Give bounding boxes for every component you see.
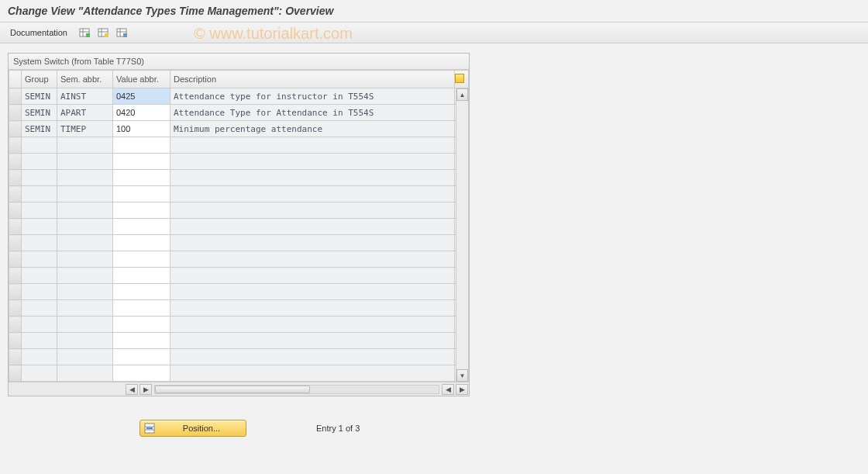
vertical-scrollbar[interactable]: ▲ ▼ xyxy=(456,88,468,382)
cell-val[interactable]: 100 xyxy=(113,121,170,137)
row-selector[interactable] xyxy=(9,170,22,186)
cell-sem xyxy=(57,268,113,284)
cell-desc xyxy=(170,137,455,154)
col-header-group[interactable]: Group xyxy=(22,71,57,88)
data-grid[interactable]: Group Sem. abbr. Value abbr. Description… xyxy=(9,70,469,382)
svg-rect-3 xyxy=(86,33,90,37)
cell-val[interactable] xyxy=(113,284,170,300)
hscroll-right-icon[interactable]: ▶ xyxy=(140,384,152,395)
documentation-button[interactable]: Documentation xyxy=(5,25,73,40)
scroll-up-icon[interactable]: ▲ xyxy=(456,88,468,101)
cell-desc: Attendance type for instructor in T554S xyxy=(170,88,455,105)
col-header-desc[interactable]: Description xyxy=(170,71,455,88)
cell-val[interactable] xyxy=(113,186,170,202)
row-selector[interactable] xyxy=(9,235,22,251)
scroll-track[interactable] xyxy=(456,101,468,369)
cell-sem xyxy=(57,317,113,333)
select-all-header[interactable] xyxy=(9,71,22,88)
svg-rect-7 xyxy=(105,33,108,37)
row-selector[interactable] xyxy=(9,219,22,235)
row-selector[interactable] xyxy=(9,300,22,317)
cell-group: SEMIN xyxy=(22,105,57,121)
table-row[interactable]: SEMINAINST0425Attendance type for instru… xyxy=(9,88,469,105)
table-row[interactable] xyxy=(9,170,469,186)
cell-val[interactable] xyxy=(113,349,170,365)
toolbar: Documentation xyxy=(0,22,868,43)
cell-val[interactable] xyxy=(113,219,170,235)
table-row[interactable] xyxy=(9,365,469,382)
row-selector[interactable] xyxy=(9,137,22,154)
hscroll-left-icon[interactable]: ◀ xyxy=(126,384,138,395)
page-title: Change View "Attendance Types Time Manag… xyxy=(0,0,868,22)
cell-group xyxy=(22,202,57,219)
cell-desc xyxy=(170,365,455,382)
hscroll-left2-icon[interactable]: ◀ xyxy=(442,384,454,395)
grid-config-button[interactable] xyxy=(455,71,469,88)
cell-desc xyxy=(170,268,455,284)
cell-val[interactable] xyxy=(113,268,170,284)
table-row[interactable] xyxy=(9,202,469,219)
cell-desc xyxy=(170,202,455,219)
cell-val[interactable] xyxy=(113,300,170,317)
row-selector[interactable] xyxy=(9,251,22,268)
row-selector[interactable] xyxy=(9,88,22,105)
row-selector[interactable] xyxy=(9,268,22,284)
table-row[interactable] xyxy=(9,349,469,365)
cell-sem xyxy=(57,186,113,202)
table-row[interactable] xyxy=(9,284,469,300)
footer: Position... Entry 1 of 3 xyxy=(140,420,868,437)
table-row[interactable] xyxy=(9,154,469,170)
table-row[interactable] xyxy=(9,137,469,154)
cell-val[interactable] xyxy=(113,202,170,219)
table-row[interactable]: SEMINTIMEP100Minimum percentage attendan… xyxy=(9,121,469,137)
cell-val[interactable] xyxy=(113,251,170,268)
row-selector[interactable] xyxy=(9,154,22,170)
cell-val[interactable] xyxy=(113,137,170,154)
cell-val[interactable]: 0420 xyxy=(113,105,170,121)
row-selector[interactable] xyxy=(9,365,22,382)
cell-val[interactable] xyxy=(113,333,170,349)
table-row[interactable] xyxy=(9,186,469,202)
col-header-val[interactable]: Value abbr. xyxy=(113,71,170,88)
row-selector[interactable] xyxy=(9,349,22,365)
table-row[interactable] xyxy=(9,333,469,349)
table-new-icon[interactable] xyxy=(78,26,91,40)
scroll-down-icon[interactable]: ▼ xyxy=(456,369,468,382)
table-copy-icon[interactable] xyxy=(96,26,110,40)
hscroll-track[interactable] xyxy=(154,385,439,394)
cell-val[interactable] xyxy=(113,317,170,333)
cell-group xyxy=(22,186,57,202)
table-delete-icon[interactable] xyxy=(115,26,129,40)
cell-val[interactable] xyxy=(113,235,170,251)
cell-group: SEMIN xyxy=(22,88,57,105)
cell-val[interactable] xyxy=(113,365,170,382)
position-button[interactable]: Position... xyxy=(140,420,246,437)
table-row[interactable] xyxy=(9,251,469,268)
row-selector[interactable] xyxy=(9,105,22,121)
table-row[interactable] xyxy=(9,300,469,317)
horizontal-scrollbar[interactable]: ◀ ▶ ◀ ▶ xyxy=(9,382,469,396)
table-row[interactable] xyxy=(9,235,469,251)
row-selector[interactable] xyxy=(9,284,22,300)
cell-val[interactable]: 0425 xyxy=(113,88,170,105)
row-selector[interactable] xyxy=(9,121,22,137)
grid-header-row: Group Sem. abbr. Value abbr. Description xyxy=(9,71,469,88)
cell-sem xyxy=(57,365,113,382)
row-selector[interactable] xyxy=(9,317,22,333)
row-selector[interactable] xyxy=(9,333,22,349)
hscroll-thumb[interactable] xyxy=(155,386,310,393)
cell-sem xyxy=(57,235,113,251)
cell-val[interactable] xyxy=(113,154,170,170)
cell-desc xyxy=(170,284,455,300)
cell-val[interactable] xyxy=(113,170,170,186)
cell-desc xyxy=(170,186,455,202)
col-header-sem[interactable]: Sem. abbr. xyxy=(57,71,113,88)
hscroll-right2-icon[interactable]: ▶ xyxy=(456,384,468,395)
table-row[interactable]: SEMINAPART0420Attendance Type for Attend… xyxy=(9,105,469,121)
row-selector[interactable] xyxy=(9,202,22,219)
table-row[interactable] xyxy=(9,317,469,333)
cell-sem xyxy=(57,251,113,268)
row-selector[interactable] xyxy=(9,186,22,202)
table-row[interactable] xyxy=(9,219,469,235)
table-row[interactable] xyxy=(9,268,469,284)
